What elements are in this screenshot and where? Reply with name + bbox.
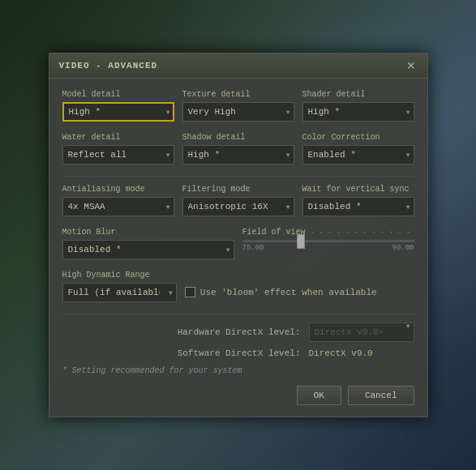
filtering-select[interactable]: Anisotropic 16X <box>182 197 294 216</box>
motion-blur-wrapper: Disabled * ▼ <box>62 240 234 259</box>
fov-min-label: 75.00 <box>242 244 264 252</box>
shadow-detail-group: Shadow detail High * ▼ <box>182 133 294 164</box>
hdr-select[interactable]: Full (if available) * <box>62 283 177 302</box>
fov-slider[interactable] <box>242 240 414 242</box>
texture-detail-label: Texture detail <box>182 90 294 99</box>
vsync-label: Wait for vertical sync <box>302 185 414 194</box>
ok-button[interactable]: OK <box>297 386 341 405</box>
title-bar: VIDEO - ADVANCED ✕ <box>49 53 427 79</box>
hdr-label: High Dynamic Range <box>62 271 177 280</box>
motion-blur-group: Motion Blur Disabled * ▼ <box>62 228 234 259</box>
shadow-detail-wrapper: High * ▼ <box>182 145 294 164</box>
model-detail-wrapper: High * ▼ <box>62 102 174 122</box>
model-detail-label: Model detail <box>62 90 174 99</box>
antialiasing-label: Antialiasing mode <box>62 185 174 194</box>
vsync-group: Wait for vertical sync Disabled * ▼ <box>302 185 414 216</box>
antialiasing-group: Antialiasing mode 4x MSAA ▼ <box>62 185 174 216</box>
hardware-directx-label: Hardware DirectX level: <box>178 327 301 337</box>
hdr-group: High Dynamic Range Full (if available) *… <box>62 271 177 302</box>
vsync-select[interactable]: Disabled * <box>302 197 414 216</box>
divider-1 <box>62 176 414 177</box>
divider-2 <box>62 314 414 314</box>
note-text: * Setting recommended for your system <box>62 365 414 376</box>
shader-detail-wrapper: High * ▼ <box>302 102 414 122</box>
motion-blur-select[interactable]: Disabled * <box>62 240 234 259</box>
fov-group: Field of view · · · · · · · · · · · · 75… <box>242 228 414 252</box>
texture-detail-wrapper: Very High ▼ <box>182 102 294 122</box>
water-detail-wrapper: Reflect all ▼ <box>62 145 174 164</box>
directx-section: Hardware DirectX level: DirectX v9.0+ ▼ … <box>62 323 414 358</box>
texture-detail-group: Texture detail Very High ▼ <box>182 90 294 122</box>
button-row: OK Cancel <box>62 386 414 405</box>
row-aa-filter-vsync: Antialiasing mode 4x MSAA ▼ Filtering mo… <box>62 185 414 216</box>
dialog-body: Model detail High * ▼ Texture detail Ver… <box>49 79 427 417</box>
antialiasing-wrapper: 4x MSAA ▼ <box>62 197 174 216</box>
bloom-checkbox[interactable] <box>185 287 195 297</box>
texture-detail-select[interactable]: Very High <box>182 102 294 122</box>
shadow-detail-select[interactable]: High * <box>182 145 294 164</box>
filtering-group: Filtering mode Anisotropic 16X ▼ <box>182 185 294 216</box>
model-detail-group: Model detail High * ▼ <box>62 90 174 122</box>
water-detail-label: Water detail <box>62 133 174 142</box>
water-detail-group: Water detail Reflect all ▼ <box>62 133 174 164</box>
dialog-title: VIDEO - ADVANCED <box>59 61 158 70</box>
row-model-texture-shader: Model detail High * ▼ Texture detail Ver… <box>62 90 414 122</box>
antialiasing-select[interactable]: 4x MSAA <box>62 197 174 216</box>
fov-slider-container: 75.00 90.00 <box>242 240 414 252</box>
software-directx-label: Software DirectX level: <box>178 348 301 358</box>
water-detail-select[interactable]: Reflect all <box>62 145 174 164</box>
color-correction-group: Color Correction Enabled * ▼ <box>302 133 414 164</box>
color-correction-select[interactable]: Enabled * <box>302 145 414 164</box>
cancel-button[interactable]: Cancel <box>348 386 414 405</box>
color-correction-label: Color Correction <box>302 133 414 142</box>
hardware-directx-wrapper: DirectX v9.0+ ▼ <box>309 323 414 342</box>
filtering-label: Filtering mode <box>182 185 294 194</box>
fov-max-label: 90.00 <box>392 244 414 252</box>
software-directx-value: DirectX v9.0 <box>309 348 414 358</box>
shadow-detail-label: Shadow detail <box>182 133 294 142</box>
row-hdr-bloom: High Dynamic Range Full (if available) *… <box>62 271 414 302</box>
video-advanced-dialog: VIDEO - ADVANCED ✕ Model detail High * ▼… <box>49 53 428 417</box>
hardware-directx-select: DirectX v9.0+ <box>309 323 414 342</box>
filtering-wrapper: Anisotropic 16X ▼ <box>182 197 294 216</box>
shader-detail-label: Shader detail <box>302 90 414 99</box>
close-button[interactable]: ✕ <box>405 60 418 71</box>
bloom-label: Use 'bloom' effect when available <box>200 288 377 297</box>
fov-slider-labels: 75.00 90.00 <box>242 244 414 252</box>
row-blur-fov: Motion Blur Disabled * ▼ Field of view ·… <box>62 228 414 259</box>
hdr-wrapper: Full (if available) * ▼ <box>62 283 177 302</box>
motion-blur-label: Motion Blur <box>62 228 234 237</box>
bloom-group: Use 'bloom' effect when available <box>185 287 414 297</box>
software-directx-row: Software DirectX level: DirectX v9.0 <box>62 348 414 358</box>
vsync-wrapper: Disabled * ▼ <box>302 197 414 216</box>
model-detail-select[interactable]: High * <box>62 102 174 122</box>
color-correction-wrapper: Enabled * ▼ <box>302 145 414 164</box>
hardware-directx-row: Hardware DirectX level: DirectX v9.0+ ▼ <box>62 323 414 342</box>
shader-detail-select[interactable]: High * <box>302 102 414 122</box>
row-water-shadow-color: Water detail Reflect all ▼ Shadow detail… <box>62 133 414 164</box>
shader-detail-group: Shader detail High * ▼ <box>302 90 414 122</box>
